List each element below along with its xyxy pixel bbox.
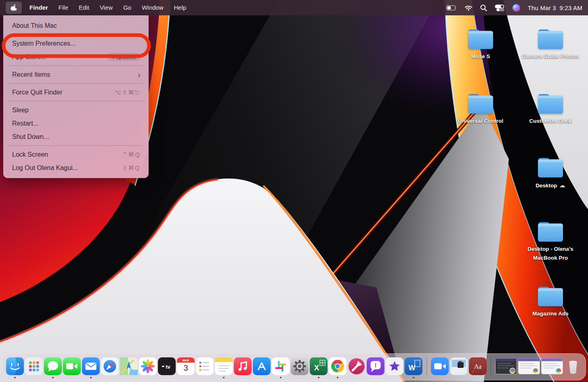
dock-item-microsoft-word[interactable]: W (405, 357, 422, 375)
menu-item-label: Lock Screen (12, 151, 122, 158)
svg-text:Aa: Aa (474, 363, 482, 370)
dock-item-skitch[interactable] (348, 357, 365, 375)
menu-bar-item-finder[interactable]: Finder (24, 0, 53, 15)
desktop-folder-magazine-ads[interactable]: Magazine Ads (516, 284, 585, 318)
dock-item-dictionary[interactable]: Aa (469, 357, 487, 375)
menu-separator (9, 145, 143, 146)
svg-text:MAR: MAR (183, 359, 189, 362)
menu-item-label: Recent Items (12, 71, 138, 78)
dock-item-system-preferences[interactable] (291, 357, 309, 375)
dock: tv MAR 3 X ! W (2, 353, 586, 380)
apple-menu-dropdown: About This MacSystem Preferences...App S… (3, 15, 149, 178)
running-indicator (223, 377, 225, 378)
dock-item-launchpad[interactable] (25, 357, 43, 375)
dock-item-music[interactable] (234, 357, 252, 375)
menu-item-label: App Store... (12, 53, 107, 61)
apple-menu-button[interactable] (6, 2, 22, 14)
menu-bar-item-view[interactable]: View (94, 0, 118, 15)
folder-icon (535, 284, 566, 308)
desktop-folder-desktop[interactable]: Desktop☁ (516, 155, 585, 191)
apple-menu-item-app-store[interactable]: App Store...4 updates (3, 50, 149, 63)
apple-menu-item-log-out-olena-kagui[interactable]: Log Out Olena Kagui...⇧⌘Q (3, 161, 149, 174)
menu-separator (9, 34, 143, 35)
running-indicator (90, 377, 92, 378)
svg-text:3: 3 (183, 363, 188, 372)
folder-label: Muse S (471, 52, 490, 61)
dock-item-screenshot-utility[interactable] (450, 357, 468, 375)
apple-menu-item-about-this-mac[interactable]: About This Mac (3, 19, 149, 32)
dock-item-calendar[interactable]: MAR 3 (177, 357, 195, 375)
running-indicator (413, 377, 414, 378)
svg-text:X: X (314, 363, 319, 372)
dock-minimized-window-3[interactable] (541, 357, 563, 375)
dock-item-imovie[interactable] (386, 357, 403, 375)
dock-item-finder[interactable] (6, 357, 24, 375)
svg-text:!: ! (375, 362, 377, 369)
apple-menu-item-restart[interactable]: Restart... (3, 117, 149, 130)
dock-item-app-store[interactable] (253, 357, 271, 375)
menu-bar-clock[interactable]: Thu Mar 3 9:23 AM (528, 4, 582, 11)
desktop-folder-desktop-olena-s-macbook-pro[interactable]: Desktop - Olena’s MacBook Pro (516, 219, 585, 263)
apple-menu-item-recent-items[interactable]: Recent Items› (3, 68, 149, 81)
keyboard-shortcut: ⇧⌘Q (122, 164, 141, 172)
menu-bar-item-edit[interactable]: Edit (74, 0, 94, 15)
folder-label: Camera Guide Photos (522, 52, 579, 61)
dock-item-messages[interactable] (44, 357, 62, 375)
svg-text:tv: tv (166, 364, 170, 370)
desktop-folder-customize-dock[interactable]: Customize Dock (516, 91, 585, 126)
desktop-folder-universal-control[interactable]: Universal Control (446, 91, 515, 126)
running-indicator (14, 377, 16, 378)
apple-menu-item-system-preferences[interactable]: System Preferences... (3, 37, 149, 50)
apple-menu-item-shut-down[interactable]: Shut Down... (3, 130, 149, 143)
menu-item-label: Force Quit Finder (12, 89, 114, 96)
dock-item-facetime[interactable] (63, 357, 81, 375)
desktop-folder-camera-guide-photos[interactable]: Camera Guide Photos (516, 27, 585, 61)
dock-divider (491, 357, 491, 376)
spotlight-search-icon[interactable] (480, 4, 487, 11)
running-indicator (318, 377, 319, 378)
battery-icon[interactable] (446, 5, 457, 10)
menu-separator (9, 101, 143, 101)
folder-icon (465, 27, 496, 51)
menu-item-label: Restart... (12, 120, 141, 127)
dock-item-slack[interactable] (272, 357, 290, 375)
menu-bar-item-help[interactable]: Help (169, 0, 192, 15)
folder-icon (535, 91, 566, 115)
siri-icon[interactable] (512, 4, 520, 12)
menu-separator (9, 65, 143, 66)
menu-bar-item-go[interactable]: Go (118, 0, 136, 15)
keyboard-shortcut: ⌃⌘Q (122, 151, 141, 158)
dock-item-zoom[interactable] (431, 357, 449, 375)
apple-menu-item-sleep[interactable]: Sleep (3, 103, 149, 117)
dock-item-google-chrome[interactable] (329, 357, 346, 375)
dock-item-apple-tv[interactable]: tv (158, 357, 176, 375)
running-indicator (337, 377, 338, 378)
dock-item-alert-chat-app[interactable]: ! (367, 357, 384, 375)
menu-separator (9, 83, 143, 84)
folder-icon (535, 219, 566, 243)
menu-bar-left: FinderFileEditViewGoWindowHelp (6, 0, 191, 15)
dock-item-maps[interactable] (120, 357, 138, 375)
menu-bar-item-window[interactable]: Window (136, 0, 168, 15)
svg-text:W: W (409, 364, 416, 372)
updates-badge: 4 updates (107, 53, 141, 61)
folder-label: Universal Control (458, 117, 504, 126)
macos-desktop: FinderFileEditViewGoWindowHelp (0, 0, 588, 382)
dock-minimized-window-1[interactable] (495, 357, 517, 375)
dock-item-mail[interactable] (82, 357, 100, 375)
dock-item-photos[interactable] (139, 357, 157, 375)
dock-item-reminders[interactable] (196, 357, 214, 375)
apple-menu-item-force-quit-finder[interactable]: Force Quit Finder⌥⇧⌘⎋ (3, 86, 149, 99)
dock-item-safari[interactable] (101, 357, 119, 375)
apple-menu-item-lock-screen[interactable]: Lock Screen⌃⌘Q (3, 148, 149, 161)
menu-bar-item-file[interactable]: File (53, 0, 74, 15)
dock-minimized-window-2[interactable] (518, 357, 540, 375)
dock-item-microsoft-excel[interactable]: X (310, 357, 328, 375)
dock-item-notes[interactable] (215, 357, 233, 375)
wifi-icon[interactable] (464, 5, 472, 11)
folder-label: Magazine Ads (532, 309, 569, 318)
desktop-folder-muse-s[interactable]: Muse S (446, 27, 515, 61)
apple-logo-icon (10, 4, 18, 12)
dock-item-trash[interactable] (564, 357, 582, 375)
control-center-icon[interactable] (495, 4, 505, 11)
